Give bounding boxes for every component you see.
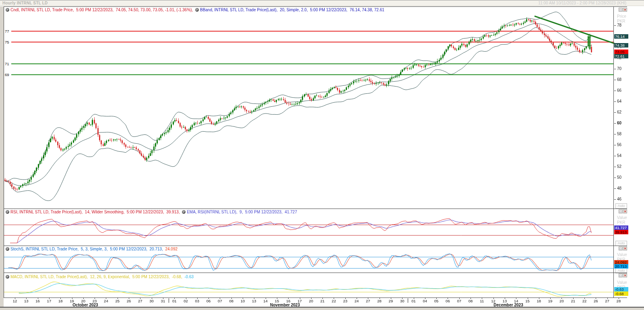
price-axis-tick-label: 46 [617, 197, 621, 201]
window-bottom-border [0, 307, 644, 308]
price-badge: 74.38 [614, 43, 628, 48]
window-title: Hourly INTRNL STL LD [2, 1, 48, 5]
date-label: 13 [252, 299, 256, 303]
series-collapse-icon[interactable] [6, 247, 9, 251]
date-label: 26 [594, 299, 598, 303]
price-axis-tick-label: 58 [617, 132, 621, 136]
close-icon[interactable]: ✕ [623, 8, 627, 12]
date-label: 11 [480, 299, 484, 303]
price-axis-tick-label: 54 [617, 153, 621, 158]
panel-divider [4, 6, 627, 7]
date-label: 02 [184, 299, 188, 303]
series-collapse-icon[interactable] [195, 8, 199, 12]
level-label: 75 [4, 39, 10, 44]
legend-text: BBand, INTRNL STL LD, Trade Price(Last),… [200, 8, 384, 12]
price-axis-unit: Price [617, 14, 626, 19]
date-label: 26 [127, 299, 131, 303]
date-label: 17 [47, 299, 52, 303]
date-label: 12 [13, 299, 17, 303]
month-separator [169, 298, 169, 303]
rsi-axis-currency: PKR [617, 220, 625, 225]
close-icon[interactable]: ✕ [623, 273, 627, 277]
series-collapse-icon[interactable] [182, 210, 186, 214]
date-label: 28 [617, 299, 621, 303]
date-label: 20 [559, 299, 564, 303]
date-label: 06 [446, 299, 450, 303]
legend-text: StochS, INTRNL STL LD, Trade Price, 5, 3… [10, 247, 165, 251]
price-axis-tick-label: 62 [617, 110, 621, 114]
date-label: 10 [241, 299, 245, 303]
plot-right-border [613, 6, 614, 298]
date-label: 01 [411, 299, 416, 303]
series-collapse-icon[interactable] [6, 275, 9, 279]
legend-text: -0.63 [184, 275, 194, 279]
chart-window: Hourly INTRNL STL LD 11:00 AM 10/11/2023… [0, 0, 644, 310]
restore-icon[interactable]: □ [619, 209, 623, 213]
level-label: 77 [4, 29, 10, 33]
plot-left-border [4, 6, 4, 298]
date-label: 15 [525, 299, 530, 303]
close-icon[interactable]: ✕ [623, 246, 627, 250]
price-axis-tick-label: 50 [617, 175, 621, 180]
date-label: 27 [605, 299, 609, 303]
date-label: 08 [469, 299, 473, 303]
date-label: 03 [195, 299, 200, 303]
price-axis-tick-label: 52 [617, 164, 621, 169]
legend-text: 24.092 [165, 247, 178, 251]
legend-text: MACD, INTRNL STL LD, Trade Price(Last), … [10, 275, 184, 279]
chart-canvas[interactable] [0, 0, 644, 310]
date-label: 22 [332, 299, 336, 303]
panel-divider [4, 209, 627, 209]
date-label: 08 [229, 299, 233, 303]
series-collapse-icon[interactable] [6, 8, 9, 12]
legend-text: Cndl, INTRNL STL LD, Trade Price, 5:00 P… [10, 8, 195, 12]
price-axis-tick-label: 56 [617, 143, 621, 147]
date-label: 31 [161, 299, 165, 303]
price-axis-tick-label: 48 [617, 186, 621, 190]
price-badge: 73.05 [614, 50, 628, 54]
restore-icon[interactable]: □ [619, 273, 623, 277]
date-label: 18 [537, 299, 541, 303]
level-label: 69 [4, 72, 10, 76]
month-separator [408, 298, 408, 303]
date-label: 30 [400, 299, 405, 303]
series-collapse-icon[interactable] [6, 210, 9, 214]
date-label: 30 [149, 299, 154, 303]
date-label: 19 [548, 299, 553, 303]
legend-stoch: StochS, INTRNL STL LD, Trade Price, 5, 3… [6, 247, 178, 251]
macd-axis-unit: Value [617, 280, 627, 285]
date-label: 27 [366, 299, 370, 303]
close-icon[interactable]: ✕ [623, 209, 627, 213]
price-axis-tick-label: 64 [617, 99, 621, 103]
restore-icon[interactable]: □ [619, 246, 623, 250]
stoch-badge: 20.713 [614, 264, 628, 269]
restore-icon[interactable]: □ [619, 8, 623, 12]
date-label: 28 [377, 299, 382, 303]
legend-price: Cndl, INTRNL STL LD, Trade Price, 5:00 P… [6, 8, 384, 12]
price-axis-tick-label: 60 [617, 121, 621, 125]
auto-scale-button[interactable]: Auto [615, 203, 627, 209]
time-range-label: 11:00 AM 10/11/2023 - 2:00 PM 12/28/2023… [538, 1, 626, 5]
date-label: 20 [309, 299, 314, 303]
panel-divider [4, 246, 627, 246]
rsi-axis-unit: Value [617, 215, 627, 220]
legend-text: EMA, RSI(INTRNL STL LD), 9, 5:00 PM 12/2… [187, 210, 297, 214]
left-window-edge [0, 6, 4, 308]
price-badge: 76.14 [614, 34, 628, 39]
price-axis-tick-label: 70 [617, 66, 621, 71]
level-label: 71 [4, 61, 10, 66]
date-label: 29 [389, 299, 393, 303]
date-label: 13 [24, 299, 29, 303]
date-label: 01 [172, 299, 177, 303]
bottom-window-edge [0, 308, 644, 310]
legend-rsi: RSI, INTRNL STL LD, Trade Price(Last), 1… [6, 210, 297, 214]
date-label: 05 [434, 299, 439, 303]
date-label: 18 [58, 299, 63, 303]
price-axis-tick-label: 78 [617, 23, 621, 27]
date-label: 06 [206, 299, 211, 303]
date-label: 07 [457, 299, 461, 303]
legend-macd: MACD, INTRNL STL LD, Trade Price(Last), … [6, 275, 194, 279]
date-label: 25 [115, 299, 120, 303]
date-label: 16 [35, 299, 40, 303]
date-label: 07 [218, 299, 222, 303]
